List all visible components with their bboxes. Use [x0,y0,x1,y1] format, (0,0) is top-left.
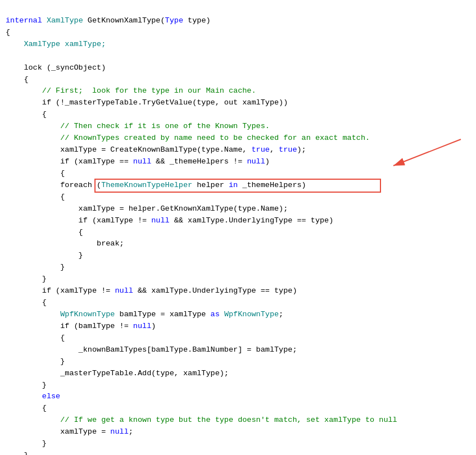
code-line: } [6,356,470,368]
code-line: if (!_masterTypeTable.TryGetValue(type, … [6,97,470,109]
code-line: xamlType = null; [6,426,470,438]
code-line: // First; look for the type in our Main … [6,85,470,97]
code-line: { [6,27,470,39]
code-line: { [6,403,470,415]
code-line: { [6,227,470,239]
code-line: XamlType xamlType; [6,39,470,51]
code-line: else [6,391,470,403]
code-line: foreach (ThemeKnownTypeHelper helper in … [6,180,470,192]
code-line: } [6,380,470,392]
code-line: if (xamlType != null && xamlType.Underly… [6,285,470,297]
code-line: { [6,333,470,344]
code-line: { [6,74,470,86]
code-line: break; [6,238,470,250]
code-line: xamlType = CreateKnownBamlType(type.Name… [6,144,470,156]
code-line: { [6,168,470,180]
code-line: // If we get a known type but the type d… [6,415,470,426]
code-line: if (xamlType != null && xamlType.Underly… [6,215,470,227]
code-line: } [6,450,470,455]
code-line: } [6,250,470,262]
code-line: } [6,438,470,450]
code-line: _knownBamlTypes[bamlType.BamlNumber] = b… [6,344,470,356]
code-line [6,51,470,62]
code-line: if (xamlType == null && _themeHelpers !=… [6,156,470,168]
code-line: { [6,192,470,203]
code-line: // KnownTypes created by name need to be… [6,133,470,144]
code-line: } [6,262,470,274]
code-line: lock (_syncObject) [6,62,470,74]
code-container: internal XamlType GetKnownXamlType(Type … [0,0,476,455]
code-line: { [6,297,470,309]
code-line: } [6,274,470,285]
code-line: if (bamlType != null) [6,321,470,333]
code-line: internal XamlType GetKnownXamlType(Type … [6,15,470,27]
code-line: _masterTypeTable.Add(type, xamlType); [6,368,470,380]
code-line: xamlType = helper.GetKnownXamlType(type.… [6,203,470,215]
code-line: // Then check if it is one of the Known … [6,121,470,133]
code-line: WpfKnownType bamlType = xamlType as WpfK… [6,309,470,321]
code-line: { [6,109,470,121]
